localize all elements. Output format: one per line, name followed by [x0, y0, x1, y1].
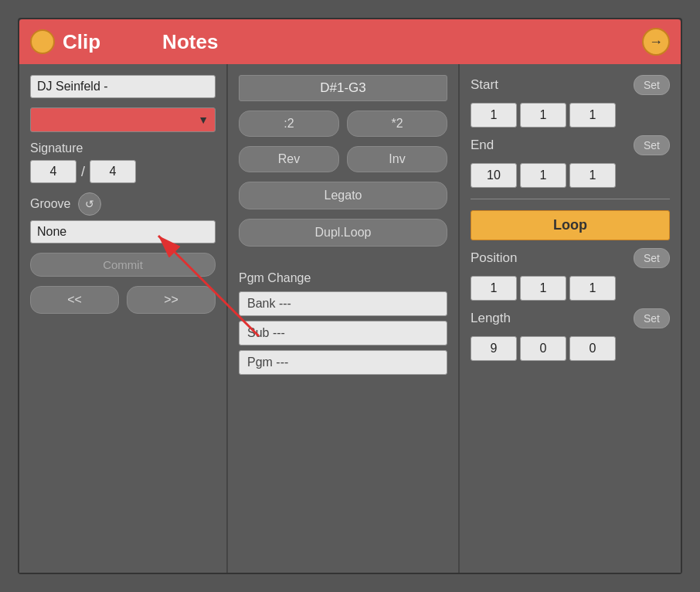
range-display: D#1-G3 — [239, 75, 447, 101]
length-label: Length — [471, 311, 511, 326]
bank-input[interactable] — [239, 291, 447, 316]
header-left: Clip — [30, 29, 100, 54]
end-input-1[interactable] — [471, 163, 517, 188]
end-set-button[interactable]: Set — [634, 135, 670, 155]
pgm-change-label: Pgm Change — [239, 271, 447, 285]
divide-multiply-row: :2 *2 — [239, 111, 447, 137]
next-button[interactable]: >> — [127, 286, 216, 314]
start-input-1[interactable] — [471, 103, 517, 128]
end-input-2[interactable] — [520, 163, 566, 188]
position-input-2[interactable] — [520, 276, 566, 301]
length-row: Length Set — [471, 308, 670, 328]
position-row: Position Set — [471, 248, 670, 268]
signature-section: Signature / — [30, 141, 216, 183]
left-panel: ▼ Signature / Groove ↺ Commit << — [19, 64, 228, 573]
length-input-1[interactable] — [471, 336, 517, 361]
right-panel: Start Set End Set Loop — [460, 64, 681, 573]
prev-button[interactable]: << — [30, 286, 119, 314]
rev-inv-row: Rev Inv — [239, 146, 447, 172]
groove-section: Groove ↺ — [30, 192, 216, 243]
legato-button[interactable]: Legato — [239, 182, 447, 209]
dupl-loop-button[interactable]: Dupl.Loop — [239, 219, 447, 247]
position-input-1[interactable] — [471, 276, 517, 301]
pgm-input[interactable] — [239, 350, 447, 375]
pgm-section: Pgm Change — [239, 271, 447, 379]
end-input-3[interactable] — [569, 163, 616, 188]
notes-title: Notes — [100, 30, 642, 54]
start-input-3[interactable] — [569, 103, 616, 128]
groove-refresh-button[interactable]: ↺ — [78, 192, 101, 216]
position-label: Position — [471, 250, 517, 266]
length-input-3[interactable] — [569, 336, 616, 361]
signature-denominator-input[interactable] — [90, 160, 136, 183]
middle-panel: D#1-G3 :2 *2 Rev Inv Legato Dupl.Loop Pg… — [228, 64, 460, 573]
header-arrow-button[interactable]: → — [642, 28, 670, 56]
end-row: End Set — [471, 135, 670, 155]
position-set-button[interactable]: Set — [634, 248, 670, 268]
multiply-2-button[interactable]: *2 — [347, 111, 447, 137]
commit-button[interactable]: Commit — [30, 253, 216, 277]
nav-buttons: << >> — [30, 286, 216, 314]
signature-label: Signature — [30, 141, 216, 155]
length-inputs — [471, 336, 670, 361]
clip-circle-icon[interactable] — [30, 29, 55, 54]
signature-slash: / — [81, 164, 85, 180]
length-set-button[interactable]: Set — [634, 308, 670, 328]
loop-button[interactable]: Loop — [471, 210, 670, 240]
groove-row: Groove ↺ — [30, 192, 216, 216]
start-inputs — [471, 103, 670, 128]
groove-label: Groove — [30, 197, 70, 211]
groove-none-input[interactable] — [30, 220, 216, 243]
color-selector[interactable]: ▼ — [30, 107, 216, 132]
position-input-3[interactable] — [569, 276, 616, 301]
dropdown-arrow-icon: ▼ — [198, 114, 209, 126]
sub-input[interactable] — [239, 321, 447, 345]
divide-2-button[interactable]: :2 — [239, 111, 339, 137]
start-row: Start Set — [471, 75, 670, 95]
start-input-2[interactable] — [520, 103, 566, 128]
signature-numerator-input[interactable] — [30, 160, 76, 183]
header: Clip Notes → — [19, 19, 681, 64]
rev-button[interactable]: Rev — [239, 146, 339, 172]
start-label: Start — [471, 77, 498, 93]
end-inputs — [471, 163, 670, 188]
start-set-button[interactable]: Set — [634, 75, 670, 95]
clip-title: Clip — [63, 30, 100, 54]
main-content: ▼ Signature / Groove ↺ Commit << — [19, 64, 681, 573]
divider — [471, 199, 670, 199]
position-inputs — [471, 276, 670, 301]
end-label: End — [471, 138, 494, 153]
inv-button[interactable]: Inv — [347, 146, 447, 172]
length-input-2[interactable] — [520, 336, 566, 361]
clip-name-input[interactable] — [30, 75, 216, 98]
signature-row: / — [30, 160, 216, 183]
